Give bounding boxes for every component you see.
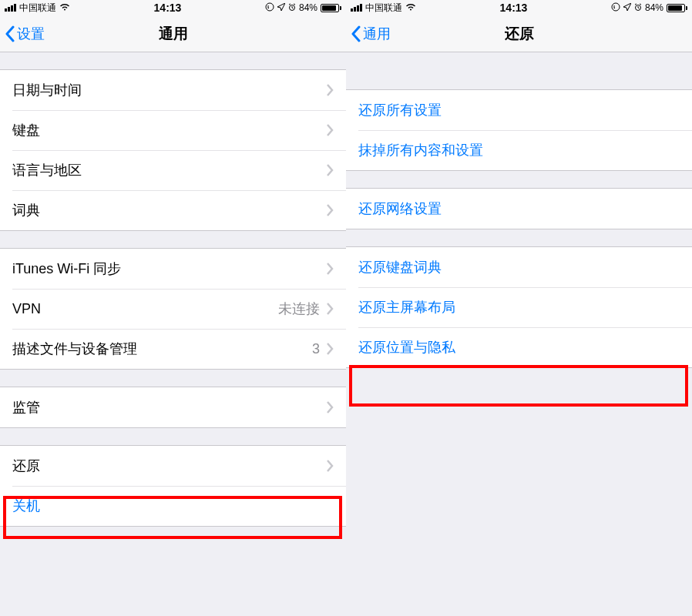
row-vpn[interactable]: VPN 未连接 [0,289,346,329]
row-label: 语言与地区 [12,161,326,179]
battery-icon [667,4,687,12]
rotation-lock-icon [265,2,274,14]
row-value: 3 [312,341,320,357]
status-bar: 中国联通 14:13 84% [346,0,692,15]
row-label: 监管 [12,398,326,417]
row-reset-location[interactable]: 还原位置与隐私 [346,327,692,367]
row-keyboard[interactable]: 键盘 [0,110,346,150]
row-erase-all[interactable]: 抹掉所有内容和设置 [346,130,692,170]
row-shutdown[interactable]: 关机 [0,486,346,526]
row-reset-all[interactable]: 还原所有设置 [346,90,692,130]
row-itunes-wifi[interactable]: iTunes Wi-Fi 同步 [0,249,346,289]
row-reset-network[interactable]: 还原网络设置 [346,189,692,229]
row-profiles[interactable]: 描述文件与设备管理 3 [0,329,346,369]
signal-bars-icon [351,4,362,12]
row-label: 日期与时间 [12,81,326,99]
battery-pct: 84% [299,2,317,13]
nav-bar: 设置 通用 [0,15,346,52]
row-label: 还原网络设置 [358,199,442,218]
row-label: 还原位置与隐私 [358,338,455,357]
back-button[interactable]: 通用 [346,25,391,43]
row-label: 还原所有设置 [358,101,442,119]
nav-bar: 通用 还原 [346,15,692,52]
wifi-icon [405,2,416,13]
page-title: 还原 [346,24,692,44]
svg-point-2 [612,3,620,11]
chevron-right-icon [326,460,334,472]
chevron-right-icon [326,401,334,413]
row-regulatory[interactable]: 监管 [0,387,346,427]
chevron-right-icon [326,84,334,96]
row-reset[interactable]: 还原 [0,446,346,486]
phone-general: 中国联通 14:13 84% 设置 通用 日期与时间 [0,0,346,616]
back-label: 设置 [17,25,45,43]
row-reset-home[interactable]: 还原主屏幕布局 [346,287,692,327]
row-value: 未连接 [278,300,320,318]
alarm-icon [634,2,642,13]
clock: 14:13 [500,2,528,14]
rotation-lock-icon [611,2,620,14]
page-title: 通用 [0,24,346,44]
status-bar: 中国联通 14:13 84% [0,0,346,15]
row-label: 还原键盘词典 [358,258,442,276]
chevron-right-icon [326,303,334,315]
chevron-left-icon [5,25,15,42]
reset-list: 还原所有设置 抹掉所有内容和设置 还原网络设置 还原键盘词典 还原主屏幕布局 [346,52,692,616]
row-label: VPN [12,301,278,317]
row-label: 关机 [12,497,334,515]
alarm-icon [288,2,296,13]
chevron-right-icon [326,124,334,136]
carrier-label: 中国联通 [365,2,402,15]
row-label: 抹掉所有内容和设置 [358,141,483,159]
svg-point-0 [266,3,274,11]
chevron-right-icon [326,164,334,176]
row-reset-keyboard[interactable]: 还原键盘词典 [346,247,692,287]
row-label: 描述文件与设备管理 [12,340,312,358]
settings-list: 日期与时间 键盘 语言与地区 词典 iTunes Wi-F [0,52,346,616]
battery-pct: 84% [645,2,663,13]
battery-icon [321,4,341,12]
chevron-right-icon [326,204,334,216]
back-button[interactable]: 设置 [0,25,45,43]
signal-bars-icon [5,4,16,12]
row-date-time[interactable]: 日期与时间 [0,70,346,110]
phone-reset: 中国联通 14:13 84% 通用 还原 还原所有设置 [346,0,692,616]
chevron-left-icon [351,25,361,42]
row-label: 还原主屏幕布局 [358,298,455,316]
row-dictionary[interactable]: 词典 [0,190,346,230]
clock: 14:13 [154,2,182,14]
row-label: 词典 [12,201,326,219]
location-icon [623,2,631,13]
chevron-right-icon [326,263,334,275]
row-label: 还原 [12,457,326,475]
chevron-right-icon [326,343,334,355]
carrier-label: 中国联通 [19,2,56,15]
row-label: iTunes Wi-Fi 同步 [12,259,326,278]
row-label: 键盘 [12,121,326,139]
row-language-region[interactable]: 语言与地区 [0,150,346,190]
wifi-icon [59,2,70,13]
back-label: 通用 [363,25,391,43]
location-icon [277,2,285,13]
